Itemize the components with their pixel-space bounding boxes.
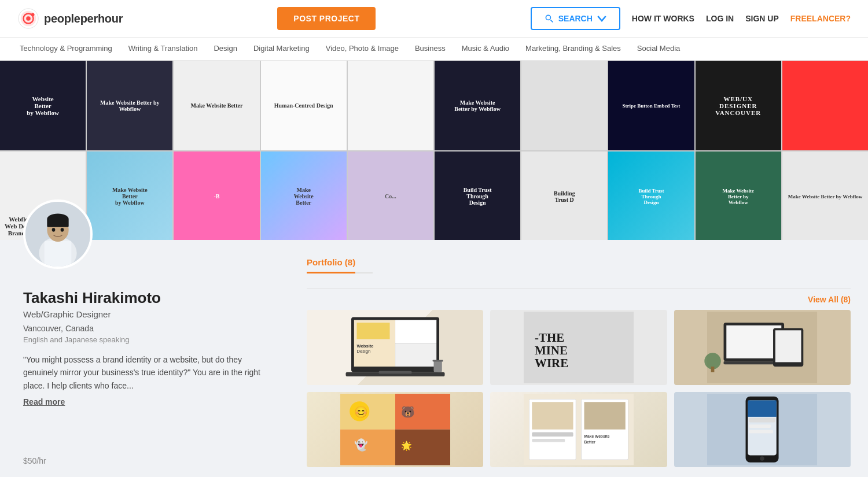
- hero-cell: Stripe Button Embed Test: [608, 61, 694, 150]
- nav-item-digital-marketing[interactable]: Digital Marketing: [245, 38, 318, 61]
- hero-cell: -B: [174, 151, 259, 240]
- svg-rect-26: [432, 360, 443, 362]
- hero-cell: Build TrustThroughDesign: [608, 151, 694, 240]
- hero-cell: MakeWebsiteBetter: [261, 151, 347, 240]
- svg-text:😊: 😊: [354, 405, 367, 419]
- svg-rect-62: [749, 418, 776, 423]
- search-icon: [545, 14, 554, 23]
- portfolio-right: Portfolio (8) View All (8) Website Desig…: [289, 240, 868, 477]
- hero-cell: Make Website Better: [174, 61, 259, 150]
- svg-text:Make Website: Make Website: [584, 434, 609, 438]
- hero-cell: [521, 61, 607, 150]
- svg-text:Better: Better: [584, 440, 595, 444]
- portfolio-item[interactable]: [674, 392, 851, 467]
- portfolio-item[interactable]: -THE MINE WIRE: [490, 310, 667, 385]
- nav-item-social-media[interactable]: Social Media: [629, 38, 688, 61]
- portfolio-hero: WebsiteBetterby Webflow Make Website Bet…: [0, 61, 868, 240]
- profile-info: Takashi Hirakimoto Web/Graphic Designer …: [23, 289, 266, 407]
- svg-rect-64: [749, 430, 774, 434]
- portfolio-item[interactable]: 😊 🐻 👻 🌟: [307, 392, 483, 467]
- svg-text:-THE: -THE: [535, 331, 564, 345]
- header: peopleperhour POST PROJECT SEARCH HOW IT…: [0, 0, 868, 38]
- svg-rect-12: [47, 219, 68, 227]
- svg-rect-61: [748, 401, 777, 417]
- nav-item-business[interactable]: Business: [407, 38, 454, 61]
- hero-cell: Make WebsiteBetterby Webflow: [87, 151, 172, 240]
- read-more-link[interactable]: Read more: [23, 397, 65, 406]
- hero-cell: WebsiteBetterby Webflow: [0, 61, 86, 150]
- svg-rect-52: [532, 402, 573, 430]
- svg-rect-9: [45, 241, 72, 267]
- nav-item-writing[interactable]: Writing & Translation: [120, 38, 206, 61]
- nav-item-video[interactable]: Video, Photo & Image: [318, 38, 407, 61]
- sign-up-link[interactable]: SIGN UP: [745, 14, 779, 23]
- post-project-button[interactable]: POST PROJECT: [277, 7, 376, 30]
- hero-cell: Make Website Better by Webflow: [782, 151, 868, 240]
- portfolio-item[interactable]: Website Design: [307, 310, 483, 385]
- avatar: [23, 199, 93, 269]
- hero-cell: WEB/UXDESIGNERVANCOUVER: [696, 61, 781, 150]
- svg-point-13: [52, 228, 56, 232]
- profile-location: Vancouver, Canada: [23, 324, 266, 333]
- svg-text:🌟: 🌟: [400, 440, 411, 451]
- svg-rect-38: [711, 367, 715, 372]
- profile-bio: "You might possess a brand identity or a…: [23, 353, 266, 392]
- nav-item-music[interactable]: Music & Audio: [454, 38, 517, 61]
- svg-rect-25: [433, 361, 442, 372]
- nav-item-design[interactable]: Design: [205, 38, 245, 61]
- header-center: POST PROJECT: [123, 7, 531, 30]
- svg-point-14: [61, 228, 64, 232]
- profile-section: Takashi Hirakimoto Web/Graphic Designer …: [0, 240, 868, 477]
- portfolio-tabs: Portfolio (8): [307, 252, 373, 273]
- freelancer-link[interactable]: FREELANCER?: [790, 14, 851, 23]
- svg-rect-36: [775, 331, 801, 363]
- hero-cell: Make WebsiteBetter byWebflow: [696, 151, 781, 240]
- svg-text:WIRE: WIRE: [535, 356, 568, 370]
- hero-cell: [348, 61, 433, 150]
- hero-cell: [782, 61, 868, 150]
- svg-rect-54: [532, 439, 565, 442]
- svg-text:Design: Design: [356, 349, 370, 354]
- svg-text:Website: Website: [356, 343, 373, 349]
- hero-cell: Build TrustThroughDesign: [435, 151, 520, 240]
- portfolio-tab-active[interactable]: Portfolio (8): [307, 253, 355, 273]
- hero-cell: Human-Centred Design: [261, 61, 347, 150]
- svg-rect-20: [356, 323, 389, 339]
- svg-point-4: [31, 13, 35, 17]
- portfolio-grid: Website Design -THE MINE WIRE: [307, 310, 851, 467]
- svg-line-6: [550, 20, 553, 22]
- portfolio-item[interactable]: Make Website Better: [490, 392, 667, 467]
- portfolio-item[interactable]: [674, 310, 851, 385]
- hero-cell: Co...: [348, 151, 433, 240]
- logo[interactable]: peopleperhour: [17, 8, 123, 29]
- profile-name: Takashi Hirakimoto: [23, 289, 266, 307]
- search-button[interactable]: SEARCH: [531, 7, 620, 30]
- svg-point-5: [546, 15, 550, 20]
- header-right: SEARCH HOW IT WORKS LOG IN SIGN UP FREEL…: [531, 7, 851, 30]
- nav-item-marketing[interactable]: Marketing, Branding & Sales: [517, 38, 629, 61]
- svg-point-65: [760, 457, 765, 461]
- log-in-link[interactable]: LOG IN: [706, 14, 734, 23]
- view-all-link[interactable]: View All (8): [808, 295, 851, 304]
- profile-title: Web/Graphic Designer: [23, 309, 266, 319]
- svg-rect-19: [395, 343, 436, 367]
- hero-mosaic: WebsiteBetterby Webflow Make Website Bet…: [0, 61, 868, 240]
- profile-left: Takashi Hirakimoto Web/Graphic Designer …: [0, 240, 289, 477]
- svg-rect-53: [532, 432, 573, 437]
- nav-item-technology[interactable]: Technology & Programming: [12, 38, 120, 61]
- svg-rect-63: [749, 424, 771, 428]
- how-it-works-link[interactable]: HOW IT WORKS: [632, 14, 694, 23]
- logo-text: peopleperhour: [44, 12, 123, 25]
- hero-cell: BuildingTrust D: [521, 151, 607, 240]
- svg-text:🐻: 🐻: [400, 405, 414, 419]
- svg-text:MINE: MINE: [535, 343, 568, 357]
- chevron-down-icon: [597, 14, 606, 23]
- profile-language: English and Japanese speaking: [23, 335, 266, 344]
- svg-text:👻: 👻: [354, 438, 367, 452]
- svg-point-3: [26, 16, 31, 21]
- hero-cell: Make WebsiteBetter by Webflow: [435, 61, 520, 150]
- category-nav: Technology & Programming Writing & Trans…: [0, 38, 868, 61]
- tab-header-row: Portfolio (8): [307, 252, 851, 283]
- svg-rect-24: [378, 371, 411, 374]
- svg-rect-55: [584, 402, 625, 430]
